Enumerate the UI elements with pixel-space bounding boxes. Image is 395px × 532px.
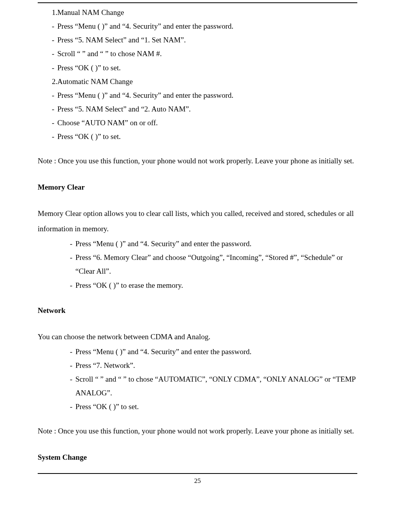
list-text: Press “6. Memory Clear” and choose “Outg…: [75, 250, 357, 278]
list-text: Choose “AUTO NAM” on or off.: [57, 116, 357, 130]
list-item: 1. Manual NAM Change: [38, 5, 357, 19]
network-intro: You can choose the network between CDMA …: [38, 329, 357, 345]
dash-marker: -: [56, 345, 75, 358]
list-item: - Press “6. Memory Clear” and choose “Ou…: [56, 250, 357, 278]
num-marker: 2.: [38, 75, 57, 88]
nam-list: 1. Manual NAM Change - Press “Menu ( )” …: [38, 5, 357, 143]
dash-marker: -: [38, 130, 57, 143]
list-text: Press “Menu ( )” and “4. Security” and e…: [57, 19, 357, 33]
list-item: - Press “5. NAM Select” and “1. Set NAM”…: [38, 33, 357, 47]
memory-intro: Memory Clear option allows you to clear …: [38, 206, 357, 237]
dash-marker: -: [56, 250, 75, 264]
list-text: Press “5. NAM Select” and “2. Auto NAM”.: [57, 102, 357, 116]
dash-marker: -: [38, 102, 57, 116]
dash-marker: -: [38, 88, 57, 102]
list-text: Press “Menu ( )” and “4. Security” and e…: [75, 345, 357, 358]
list-text: Press “Menu ( )” and “4. Security” and e…: [57, 88, 357, 102]
dash-marker: -: [56, 358, 75, 372]
list-text: Press “OK ( )” to erase the memory.: [75, 278, 357, 292]
list-item: - Press “7. Network”.: [56, 358, 357, 372]
network-note: Note : Once you use this function, your …: [38, 424, 357, 439]
network-list: - Press “Menu ( )” and “4. Security” and…: [38, 345, 357, 414]
dash-marker: -: [38, 116, 57, 130]
dash-marker: -: [56, 278, 75, 292]
list-item: - Press “OK ( )” to set.: [38, 130, 357, 143]
list-text: Press “OK ( )” to set.: [57, 61, 357, 75]
list-item: - Press “5. NAM Select” and “2. Auto NAM…: [38, 102, 357, 116]
list-item: - Press “OK ( )” to set.: [56, 400, 357, 413]
list-text: Press “OK ( )” to set.: [75, 400, 357, 413]
list-item: - Press “OK ( )” to set.: [38, 61, 357, 75]
list-item: - Scroll “ ” and “ ” to chose NAM #.: [38, 47, 357, 60]
list-text: Press “7. Network”.: [75, 358, 357, 372]
list-item: - Press “Menu ( )” and “4. Security” and…: [56, 237, 357, 250]
dash-marker: -: [38, 61, 57, 75]
bottom-rule: [38, 473, 357, 474]
list-text: Press “OK ( )” to set.: [57, 130, 357, 143]
list-text: Manual NAM Change: [57, 5, 357, 19]
list-item: - Press “Menu ( )” and “4. Security” and…: [38, 88, 357, 102]
memory-clear-heading: Memory Clear: [38, 180, 357, 195]
dash-marker: -: [38, 19, 57, 33]
list-text: Scroll “ ” and “ ” to chose “AUTOMATIC”,…: [75, 372, 357, 400]
list-text: Automatic NAM Change: [57, 75, 357, 88]
nam-note: Note : Once you use this function, your …: [38, 154, 357, 169]
list-item: - Press “OK ( )” to erase the memory.: [56, 278, 357, 292]
page-number: 25: [38, 477, 357, 493]
dash-marker: -: [56, 237, 75, 250]
dash-marker: -: [56, 372, 75, 386]
list-text: Press “Menu ( )” and “4. Security” and e…: [75, 237, 357, 250]
list-item: - Scroll “ ” and “ ” to chose “AUTOMATIC…: [56, 372, 357, 400]
dash-marker: -: [56, 400, 75, 413]
list-text: Scroll “ ” and “ ” to chose NAM #.: [57, 47, 357, 60]
list-item: - Press “Menu ( )” and “4. Security” and…: [56, 345, 357, 358]
num-marker: 1.: [38, 5, 57, 19]
list-text: Press “5. NAM Select” and “1. Set NAM”.: [57, 33, 357, 47]
list-item: 2. Automatic NAM Change: [38, 75, 357, 88]
dash-marker: -: [38, 33, 57, 47]
network-heading: Network: [38, 303, 357, 318]
list-item: - Press “Menu ( )” and “4. Security” and…: [38, 19, 357, 33]
list-item: - Choose “AUTO NAM” on or off.: [38, 116, 357, 130]
top-rule: [38, 2, 357, 3]
system-change-heading: System Change: [38, 450, 357, 465]
dash-marker: -: [38, 47, 57, 60]
memory-list: - Press “Menu ( )” and “4. Security” and…: [38, 237, 357, 292]
